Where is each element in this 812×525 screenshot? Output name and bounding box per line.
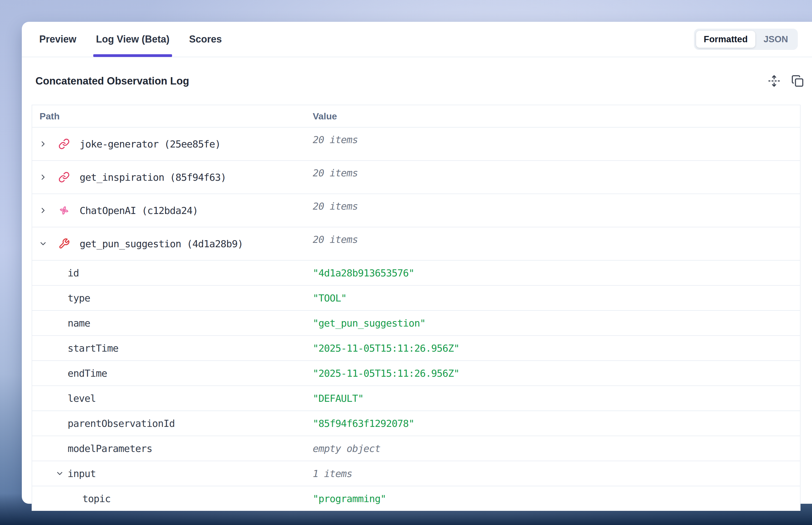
copy-icon[interactable] bbox=[791, 75, 804, 87]
chevron-right-icon[interactable] bbox=[39, 139, 47, 148]
value-string: "TOOL" bbox=[313, 292, 346, 304]
key-label: id bbox=[68, 267, 79, 279]
pinwheel-icon bbox=[58, 205, 70, 216]
column-header-path: Path bbox=[32, 105, 313, 127]
value-string: "programming" bbox=[313, 493, 386, 504]
tab-bar: Preview Log View (Beta) Scores Formatted… bbox=[22, 22, 812, 57]
table-row[interactable]: endTime "2025-11-05T15:11:26.956Z" bbox=[32, 361, 800, 386]
value-meta: empty object bbox=[313, 443, 380, 454]
table-row[interactable]: input 1 items bbox=[32, 461, 800, 486]
table-row[interactable]: modelParameters empty object bbox=[32, 436, 800, 461]
link-icon bbox=[58, 171, 70, 183]
chevron-right-icon[interactable] bbox=[39, 206, 47, 215]
value-string: "85f94f63f1292078" bbox=[313, 418, 414, 429]
log-view-card: Preview Log View (Beta) Scores Formatted… bbox=[22, 22, 812, 504]
value-meta: 1 items bbox=[313, 468, 352, 479]
wrench-icon bbox=[58, 238, 70, 250]
table-row[interactable]: name "get_pun_suggestion" bbox=[32, 311, 800, 336]
value-meta: 20 items bbox=[313, 200, 358, 212]
tab-scores[interactable]: Scores bbox=[187, 22, 224, 57]
tab-preview[interactable]: Preview bbox=[37, 22, 78, 57]
observation-label: get_inspiration (85f94f63) bbox=[79, 172, 226, 183]
table-row[interactable]: joke-generator (25ee85fe) 20 items bbox=[32, 127, 800, 161]
value-string: "4d1a28b913653576" bbox=[313, 267, 414, 279]
observation-label: joke-generator (25ee85fe) bbox=[79, 138, 221, 150]
key-label: type bbox=[68, 292, 90, 304]
tab-log-view-label: Log View (Beta) bbox=[96, 33, 169, 45]
toggle-formatted[interactable]: Formatted bbox=[696, 31, 755, 48]
view-mode-toggle: Formatted JSON bbox=[694, 29, 798, 50]
table-row[interactable]: get_inspiration (85f94f63) 20 items bbox=[32, 161, 800, 194]
tab-log-view[interactable]: Log View (Beta) bbox=[94, 22, 172, 57]
key-label: startTime bbox=[68, 343, 118, 354]
tab-preview-label: Preview bbox=[39, 33, 76, 45]
table-row[interactable]: type "TOOL" bbox=[32, 286, 800, 311]
value-string: "2025-11-05T15:11:26.956Z" bbox=[313, 368, 459, 379]
column-header-value: Value bbox=[313, 105, 800, 127]
section-actions bbox=[768, 75, 804, 87]
chevron-down-icon[interactable] bbox=[39, 239, 47, 248]
table-row[interactable]: startTime "2025-11-05T15:11:26.956Z" bbox=[32, 336, 800, 361]
table-row[interactable]: level "DEFAULT" bbox=[32, 386, 800, 411]
key-label: modelParameters bbox=[68, 443, 152, 454]
table-header-row: Path Value bbox=[32, 105, 800, 127]
key-label: topic bbox=[82, 493, 110, 504]
observation-log-table: Path Value joke-generator (25ee85fe) 20 … bbox=[32, 105, 800, 511]
key-label: name bbox=[68, 318, 90, 329]
tab-scores-label: Scores bbox=[189, 33, 222, 45]
table-row[interactable]: ChatOpenAI (c12bda24) 20 items bbox=[32, 194, 800, 227]
key-label: endTime bbox=[68, 368, 107, 379]
observation-label: ChatOpenAI (c12bda24) bbox=[79, 205, 198, 216]
observation-label: get_pun_suggestion (4d1a28b9) bbox=[79, 238, 243, 250]
link-icon bbox=[58, 138, 70, 150]
key-label: level bbox=[68, 393, 96, 404]
value-meta: 20 items bbox=[313, 234, 358, 245]
table-row[interactable]: topic "programming" bbox=[32, 486, 800, 511]
table-row[interactable]: id "4d1a28b913653576" bbox=[32, 260, 800, 286]
unfold-vertical-icon[interactable] bbox=[768, 75, 780, 87]
toggle-json[interactable]: JSON bbox=[756, 31, 796, 48]
value-meta: 20 items bbox=[313, 134, 358, 145]
key-label: parentObservationId bbox=[68, 418, 175, 429]
key-label: input bbox=[68, 468, 96, 479]
table-row[interactable]: get_pun_suggestion (4d1a28b9) 20 items bbox=[32, 227, 800, 260]
value-meta: 20 items bbox=[313, 167, 358, 179]
section-header: Concatenated Observation Log bbox=[22, 57, 812, 105]
value-string: "2025-11-05T15:11:26.956Z" bbox=[313, 343, 459, 354]
tab-active-underline bbox=[93, 54, 172, 57]
page-title: Concatenated Observation Log bbox=[35, 75, 189, 87]
chevron-right-icon[interactable] bbox=[39, 173, 47, 182]
chevron-down-icon[interactable] bbox=[55, 469, 64, 478]
value-string: "get_pun_suggestion" bbox=[313, 318, 425, 329]
table-row[interactable]: parentObservationId "85f94f63f1292078" bbox=[32, 411, 800, 436]
value-string: "DEFAULT" bbox=[313, 393, 364, 404]
